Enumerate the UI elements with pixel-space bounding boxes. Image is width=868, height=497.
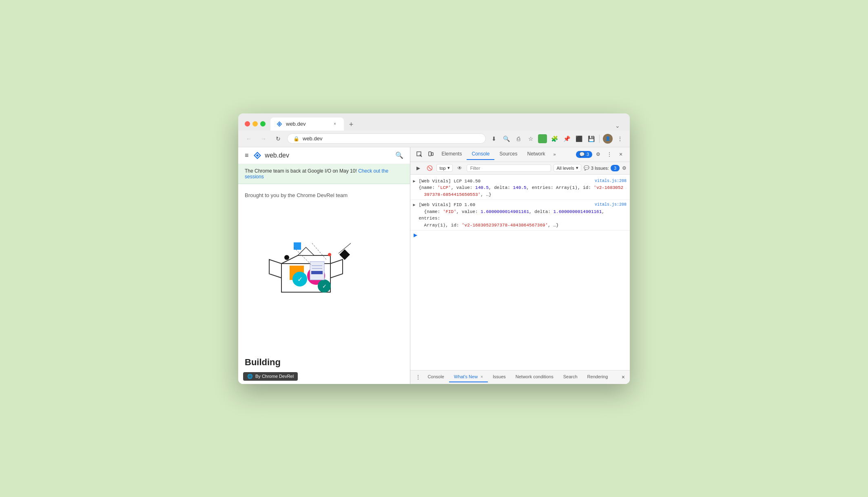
issues-icon: 💬 [579,152,585,157]
source-link-lcp[interactable]: vitals.js:208 [595,178,627,184]
footer-badge: 🌐 By Chrome DevRel [243,372,298,381]
maximize-window-button[interactable] [260,121,266,126]
logo-icon [253,151,261,160]
svg-point-23 [284,255,289,260]
bottom-tab-console-label: Console [427,374,444,379]
bottom-tab-rendering[interactable]: Rendering [582,372,613,382]
main-area: ≡ web.dev 🔍 The Chrome team is back at G… [238,147,630,384]
close-window-button[interactable] [245,121,250,126]
page-footer: 🌐 By Chrome DevRel [238,369,410,384]
lock-icon: 🔒 [293,136,299,142]
banner: The Chrome team is back at Google I/O on… [238,164,410,184]
save-icon[interactable]: 💾 [586,134,596,144]
svg-point-27 [328,253,331,256]
download-page-icon[interactable]: ⬇ [489,134,499,144]
cast-icon[interactable]: ⬛ [574,134,584,144]
devtools-close-button[interactable]: × [615,149,627,160]
levels-text: All levels [556,166,574,171]
context-selector[interactable]: top ▾ [436,164,452,172]
forward-button[interactable]: → [258,133,269,144]
tab-favicon [276,121,283,127]
live-expression-button[interactable]: 👁 [455,164,464,173]
entry-body-lcp: {name: 'LCP', value: 140.5, delta: 140.5… [418,184,627,198]
building-text: Building [245,357,281,368]
execute-button[interactable]: ▶ [414,164,423,173]
toolbar-actions: ⬇ 🔍 ⎙ ☆ 🧩 📌 ⬛ 💾 👤 ⋮ [489,134,625,144]
console-toolbar: ▶ 🚫 top ▾ 👁 All levels ▾ 💬 3 Issues: 3 ⚙ [410,162,630,175]
bottom-tab-issues[interactable]: Issues [488,372,511,382]
filter-input[interactable] [467,164,551,172]
browser-window: web.dev × + ⌄ ← → ↻ 🔒 web.dev ⬇ 🔍 ⎙ ☆ 🧩 … [238,113,630,384]
level-selector[interactable]: All levels ▾ [554,164,581,172]
search-icon[interactable]: 🔍 [395,151,403,159]
bottom-tab-search-label: Search [563,374,578,379]
svg-rect-22 [294,242,301,250]
context-dropdown-icon: ▾ [447,165,450,171]
bookmark-icon[interactable]: ☆ [526,134,536,144]
more-tabs-button[interactable]: » [550,149,559,159]
tab-title: web.dev [286,121,328,127]
bottom-tab-console[interactable]: Console [423,372,449,382]
bottom-tab-whats-new-label: What's New [454,374,478,379]
hero-illustration: ✓ ✓ [245,206,351,296]
tab-menu-button[interactable]: ⌄ [612,121,623,131]
inspect-element-button[interactable] [414,149,425,160]
extensions-icon[interactable]: 🧩 [549,134,559,144]
tab-close-button[interactable]: × [332,121,338,127]
bottom-tab-whats-new[interactable]: What's New × [449,372,488,382]
tab-sources[interactable]: Sources [494,149,522,160]
bottom-tabs: ⋮ Console What's New × Issues Network co… [410,370,630,384]
console-entry-fid: ▶ vitals.js:208 [Web Vitals] FID 1.60 {n… [410,200,630,231]
device-toggle-button[interactable] [425,149,436,160]
devtools-tabs: Elements Console Sources Network » 💬 3 ⚙… [410,147,630,162]
bottom-tab-issues-label: Issues [493,374,506,379]
expand-arrow-lcp[interactable]: ▶ [413,178,415,184]
svg-text:✓: ✓ [322,283,327,289]
address-text: web.dev [303,135,480,142]
source-link-fid[interactable]: vitals.js:208 [595,202,627,208]
tab-console[interactable]: Console [467,149,494,160]
bottom-tab-whats-new-close[interactable]: × [480,375,483,379]
bottom-tabs-menu[interactable]: ⋮ [414,372,423,382]
site-logo[interactable]: web.dev [253,151,289,160]
bottom-tab-network-conditions[interactable]: Network conditions [511,372,558,382]
title-bar: web.dev × + ⌄ [238,113,630,131]
avatar[interactable]: 👤 [603,134,613,144]
share-icon[interactable]: ⎙ [514,134,523,144]
minimize-window-button[interactable] [252,121,258,126]
more-menu-icon[interactable]: ⋮ [615,134,625,144]
cursor-icon: ▶ [414,232,417,238]
expand-arrow-fid[interactable]: ▶ [413,202,415,208]
pin-icon[interactable]: 📌 [562,134,571,144]
bottom-tab-search[interactable]: Search [558,372,582,382]
issues-count-badge[interactable]: 3 [611,165,620,171]
svg-rect-17 [310,262,324,280]
issues-count-icon: 💬 [584,165,589,171]
console-settings-icon[interactable]: ⚙ [622,165,627,171]
banner-text: The Chrome team is back at Google I/O on… [245,168,357,174]
context-text: top [439,166,445,171]
hamburger-menu-icon[interactable]: ≡ [245,152,248,159]
clear-console-button[interactable]: 🚫 [425,164,434,173]
bottom-panel-close-button[interactable]: × [620,372,627,382]
webpage-header: ≡ web.dev 🔍 [238,147,410,164]
bottom-tab-rendering-label: Rendering [587,374,608,379]
address-bar[interactable]: 🔒 web.dev [287,133,486,144]
devtools-settings-button[interactable]: ⚙ [592,149,604,160]
refresh-button[interactable]: ↻ [272,133,284,144]
new-tab-button[interactable]: + [345,119,357,131]
extension-icon[interactable] [538,134,547,143]
svg-marker-9 [269,260,281,278]
active-tab[interactable]: web.dev × [270,118,344,131]
levels-dropdown-icon: ▾ [576,165,578,171]
issues-count-label: 3 Issues: [591,166,609,171]
issues-count: 3 [587,152,589,157]
devtools-more-button[interactable]: ⋮ [604,149,615,160]
console-cursor-line[interactable]: ▶ [410,231,630,240]
search-page-icon[interactable]: 🔍 [501,134,511,144]
device-icon [428,151,434,157]
back-button[interactable]: ← [243,133,255,144]
tab-elements[interactable]: Elements [436,149,467,160]
issues-badge[interactable]: 💬 3 [576,151,592,158]
tab-network[interactable]: Network [522,149,550,160]
